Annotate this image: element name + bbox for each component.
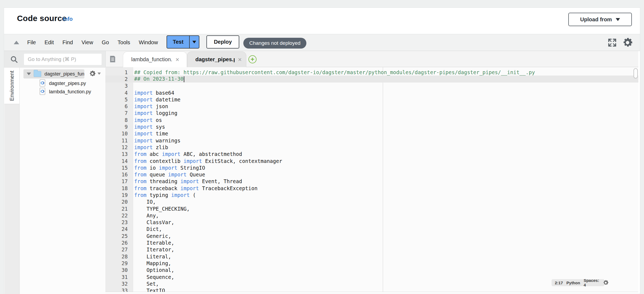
tree-file-dagster_pipes-py[interactable]: dagster_pipes.py: [20, 79, 105, 88]
line-number: 16: [105, 172, 133, 177]
cursor-position: 2:17: [555, 281, 563, 285]
code-line-25: 25 Generic,: [105, 233, 638, 239]
line-number: 14: [105, 158, 133, 164]
code-text: import zlib: [133, 144, 638, 150]
vertical-scrollbar-thumb[interactable]: [633, 68, 638, 78]
menu-item-view[interactable]: View: [82, 39, 93, 46]
line-number: 29: [105, 260, 133, 266]
code-text: TextIO: [133, 288, 638, 292]
code-text: import base64: [133, 90, 638, 96]
code-line-23: 23 ClassVar,: [105, 219, 638, 226]
line-number: 4: [105, 90, 133, 96]
tree-folder-row[interactable]: dagster_pipes_funct: [23, 69, 84, 78]
tab-list-icon[interactable]: [108, 55, 117, 64]
close-tab-icon[interactable]: ×: [175, 56, 179, 63]
line-number: 25: [105, 233, 133, 239]
code-source-card: Code source Info Upload from FileEditFin…: [4, 8, 640, 294]
code-line-27: 27 Iterator,: [105, 246, 638, 253]
code-text: from threading import Event, Thread: [133, 178, 638, 184]
changes-not-deployed-badge: Changes not deployed: [243, 38, 306, 49]
editor-toolbar: FileEditFindViewGoToolsWindow Test Deplo…: [4, 34, 640, 51]
tab-lambda_function[interactable]: lambda_function.×: [123, 52, 187, 67]
test-options-split[interactable]: [189, 36, 199, 48]
menu-item-file[interactable]: File: [27, 39, 36, 46]
code-text: Mapping,: [133, 260, 638, 266]
line-number: 11: [105, 138, 133, 143]
fullscreen-icon[interactable]: [608, 38, 617, 47]
code-text: import datetime: [133, 97, 638, 102]
line-number: 21: [105, 206, 133, 212]
code-line-9: 9import sys: [105, 123, 638, 130]
code-text: Literal,: [133, 254, 638, 259]
code-text: import time: [133, 131, 638, 136]
upload-from-label: Upload from: [580, 16, 612, 23]
code-text: from typing import (: [133, 192, 638, 198]
menu-item-tools[interactable]: Tools: [117, 39, 130, 46]
menu-item-window[interactable]: Window: [139, 39, 158, 46]
menu-item-find[interactable]: Find: [63, 39, 73, 46]
file-name: lambda_function.py: [49, 89, 91, 95]
text-cursor: [184, 76, 184, 82]
folder-expanded-caret-icon: [27, 73, 31, 75]
code-text: import os: [133, 117, 638, 123]
tab-dagster_pipes-py[interactable]: dagster_pipes.py×: [187, 52, 246, 67]
line-number: 8: [105, 117, 133, 123]
code-line-7: 7import logging: [105, 110, 638, 117]
gear-icon[interactable]: [622, 37, 633, 49]
code-line-5: 5import datetime: [105, 96, 638, 103]
python-file-icon: [40, 79, 45, 88]
code-line-22: 22 Any,: [105, 212, 638, 219]
code-text: Iterator,: [133, 247, 638, 252]
environment-tab[interactable]: Environment: [4, 68, 20, 104]
code-text: import logging: [133, 110, 638, 116]
code-line-28: 28 Literal,: [105, 253, 638, 260]
code-line-12: 12import zlib: [105, 144, 638, 151]
code-line-26: 26 Iterable,: [105, 239, 638, 246]
code-line-13: 13from abc import ABC, abstractmethod: [105, 151, 638, 158]
folder-icon: [34, 71, 41, 77]
line-number: 9: [105, 124, 133, 130]
line-number: 7: [105, 110, 133, 116]
line-number: 10: [105, 131, 133, 136]
deploy-button[interactable]: Deploy: [206, 35, 239, 49]
test-button-label: Test: [167, 36, 189, 48]
line-number: 22: [105, 213, 133, 218]
code-text: ## On 2023-11-30: [133, 76, 638, 82]
line-number: 23: [105, 219, 133, 225]
line-number: 2: [105, 76, 133, 82]
close-tab-icon[interactable]: ×: [238, 56, 242, 63]
toolbar-right-icons: [608, 34, 633, 51]
code-line-19: 19from typing import (: [105, 192, 638, 198]
add-tab-button[interactable]: +: [248, 55, 257, 63]
code-line-11: 11import warnings: [105, 137, 638, 144]
editor-settings-gear-icon[interactable]: [603, 279, 609, 286]
gear-icon: [89, 70, 96, 77]
test-button[interactable]: Test: [167, 35, 199, 49]
code-line-6: 6import json: [105, 103, 638, 110]
menu-item-edit[interactable]: Edit: [44, 39, 54, 46]
code-line-29: 29 Mapping,: [105, 260, 638, 266]
code-line-20: 20 IO,: [105, 199, 638, 205]
code-text: Optional,: [133, 267, 638, 273]
tree-settings-button[interactable]: [89, 70, 101, 77]
tree-file-lambda_function-py[interactable]: lambda_function.py: [20, 88, 105, 96]
code-text: from io import StringIO: [133, 165, 638, 171]
code-editor[interactable]: 1## Copied from: https://raw.githubuserc…: [105, 67, 638, 292]
collapse-panel-icon[interactable]: [14, 41, 19, 44]
code-line-21: 21 TYPE_CHECKING,: [105, 205, 638, 212]
menu-item-go[interactable]: Go: [102, 39, 109, 46]
search-input[interactable]: [24, 54, 102, 65]
line-number: 13: [105, 151, 133, 157]
info-link[interactable]: Info: [63, 16, 73, 22]
code-line-24: 24 Dict,: [105, 226, 638, 233]
upload-from-button[interactable]: Upload from: [568, 13, 632, 26]
line-number: 18: [105, 185, 133, 191]
indentation-setting[interactable]: Spaces: 4: [584, 278, 599, 287]
folder-name: dagster_pipes_funct: [44, 71, 84, 77]
code-text: ## Copied from: https://raw.githubuserco…: [133, 69, 638, 75]
code-text: from abc import ABC, abstractmethod: [133, 151, 638, 157]
language-mode[interactable]: Python: [566, 281, 580, 285]
line-number: 15: [105, 165, 133, 171]
code-line-14: 14from contextlib import ExitStack, cont…: [105, 158, 638, 164]
code-line-17: 17from threading import Event, Thread: [105, 178, 638, 185]
